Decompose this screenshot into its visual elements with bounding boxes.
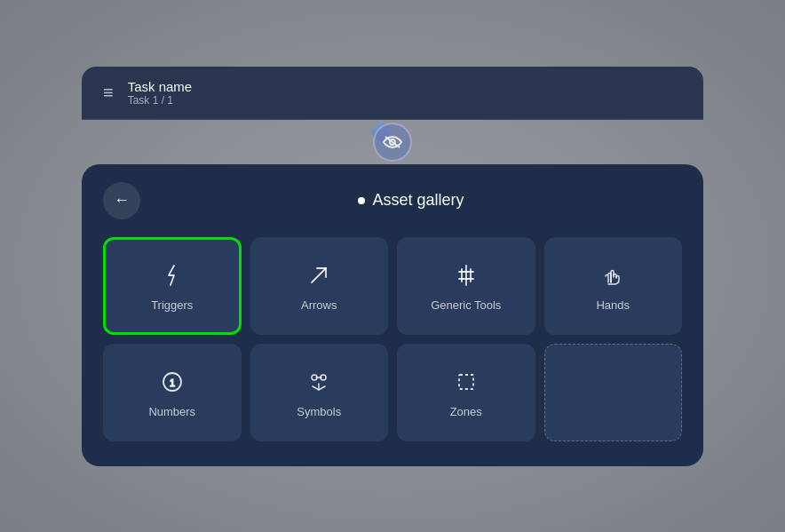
triggers-label: Triggers: [151, 298, 193, 312]
asset-grid-row1: Triggers Arrows: [103, 237, 682, 335]
title-dot: [358, 197, 365, 204]
hands-icon: [600, 263, 625, 288]
hands-label: Hands: [596, 298, 630, 312]
task-info: Task name Task 1 / 1: [128, 79, 193, 107]
task-title: Task name: [128, 79, 193, 94]
main-container: ≡ Task name Task 1 / 1 ← Asset gallery: [28, 67, 757, 466]
generic-tools-label: Generic Tools: [431, 298, 501, 312]
svg-text:1: 1: [170, 377, 175, 388]
symbols-icon: [306, 369, 331, 394]
numbers-icon: 1: [160, 369, 185, 394]
panel-header: ← Asset gallery: [103, 182, 682, 219]
asset-item-zones[interactable]: Zones: [397, 344, 535, 441]
asset-item-numbers[interactable]: 1 Numbers: [103, 344, 242, 441]
asset-item-generic-tools[interactable]: Generic Tools: [397, 237, 535, 335]
numbers-label: Numbers: [148, 405, 195, 418]
asset-item-symbols[interactable]: Symbols: [250, 344, 389, 441]
asset-grid-row2: 1 Numbers Symbols: [103, 344, 682, 441]
triggers-icon: [160, 263, 185, 288]
zones-icon: [454, 369, 479, 394]
asset-item-arrows[interactable]: Arrows: [250, 237, 389, 335]
back-arrow-icon: ←: [114, 191, 130, 210]
back-button[interactable]: ←: [103, 182, 140, 219]
symbols-label: Symbols: [297, 405, 341, 418]
zones-label: Zones: [450, 405, 482, 418]
asset-item-hands[interactable]: Hands: [544, 237, 683, 335]
svg-rect-14: [459, 375, 473, 389]
task-subtitle: Task 1 / 1: [128, 94, 193, 107]
panel-title: Asset gallery: [372, 191, 464, 210]
empty-placeholder: [544, 344, 683, 441]
connector-area: [82, 120, 703, 164]
eye-icon: [383, 135, 402, 149]
svg-line-2: [312, 268, 326, 282]
arrows-icon: [306, 263, 331, 288]
generic-tools-icon: [454, 263, 479, 288]
top-bar: ≡ Task name Task 1 / 1: [82, 67, 703, 120]
arrows-label: Arrows: [301, 298, 337, 312]
asset-gallery-panel: ← Asset gallery Triggers: [82, 164, 703, 466]
panel-title-wrap: Asset gallery: [140, 191, 682, 210]
visibility-toggle[interactable]: [373, 123, 412, 162]
asset-item-triggers[interactable]: Triggers: [103, 237, 242, 335]
menu-icon: ≡: [103, 83, 114, 101]
